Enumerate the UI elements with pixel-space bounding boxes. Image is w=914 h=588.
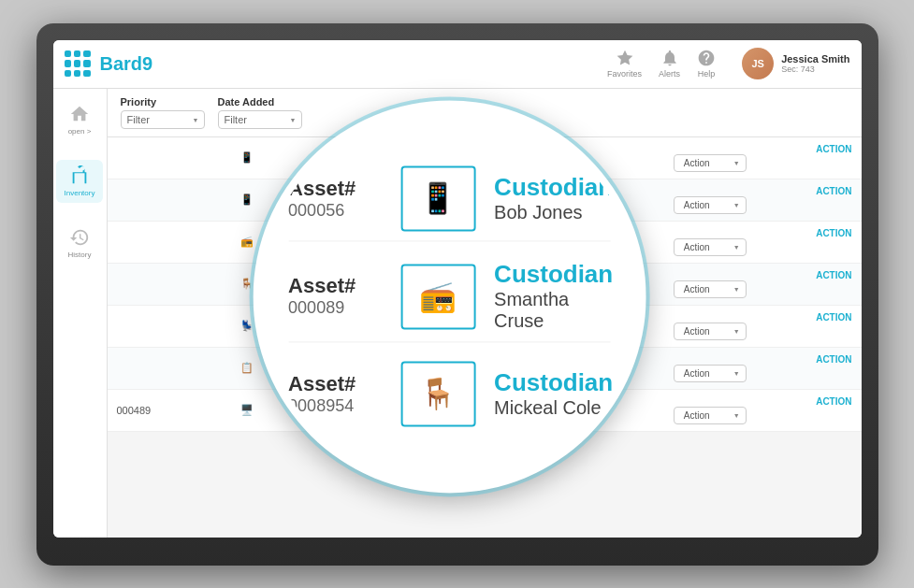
home-icon: [69, 104, 90, 124]
favorites-icon-item[interactable]: Favorites: [607, 49, 642, 79]
mag-custodian-name-1: Bob Jones: [494, 202, 613, 223]
mag-asset-label-2: Asset#: [288, 274, 382, 298]
mag-custodian-name-3: Mickeal Cole: [494, 397, 613, 419]
mag-custodian-title-1: Custodian: [494, 173, 613, 202]
user-name: Jessica Smith: [781, 53, 849, 65]
mag-row-3: Asset# 0008954 🪑 Custodian Mickeal Cole: [288, 351, 610, 436]
grid-icon: [65, 50, 91, 77]
mag-asset-info-2: Asset# 000089: [288, 274, 382, 318]
cell-asset-num: [108, 263, 222, 305]
action-button[interactable]: Action: [674, 407, 747, 424]
action-button[interactable]: Action: [674, 323, 747, 340]
cell-action: ACTION Action: [664, 137, 862, 179]
action-button[interactable]: Action: [674, 238, 747, 256]
cell-action: ACTION Action: [664, 221, 862, 263]
mag-asset-num-2: 000089: [288, 298, 382, 318]
cell-action: ACTION Action: [664, 179, 862, 221]
date-filter-select[interactable]: Filter: [218, 110, 302, 129]
cell-action: ACTION Action: [664, 389, 862, 431]
sidebar-history-label: History: [68, 251, 92, 259]
avatar-initials: JS: [751, 58, 763, 69]
laptop-screen: Bard9 Favorites Alerts Help JS: [53, 40, 862, 538]
star-icon: [616, 49, 634, 67]
priority-filter-select[interactable]: Filter: [121, 110, 205, 129]
cell-action: ACTION Action: [664, 305, 862, 347]
cell-asset-num: [108, 347, 222, 389]
favorites-label: Favorites: [607, 69, 642, 79]
mag-asset-info-1: Asset# 000056: [288, 177, 382, 221]
mag-row-2: Asset# 000089 📻 Custodian Smantha Cruse: [288, 251, 610, 342]
inventory-icon: [69, 165, 90, 186]
mag-asset-num-1: 000056: [288, 201, 382, 221]
cell-action: ACTION Action: [664, 263, 862, 305]
action-button[interactable]: Action: [674, 196, 747, 214]
mag-asset-label-1: Asset#: [288, 177, 382, 201]
mag-img-box-1: 📱: [400, 165, 475, 231]
alerts-icon-item[interactable]: Alerts: [659, 49, 680, 79]
alerts-label: Alerts: [659, 69, 680, 79]
priority-filter-group: Priority Filter: [121, 96, 205, 129]
chair-icon: 🪑: [419, 376, 457, 411]
sidebar-item-inventory[interactable]: Inventory: [56, 160, 103, 203]
mag-custodian-title-2: Custodian: [494, 260, 613, 289]
date-filter-group: Date Added Filter: [218, 96, 302, 129]
avatar: JS: [742, 48, 774, 79]
date-filter-wrapper: Filter: [218, 110, 302, 129]
action-button[interactable]: Action: [674, 365, 747, 382]
history-icon: [69, 227, 90, 248]
user-info: Jessica Smith Sec: 743: [781, 53, 849, 74]
help-icon: [697, 49, 716, 67]
cell-asset-num: [108, 137, 222, 179]
sidebar-item-open[interactable]: open >: [56, 98, 103, 141]
help-label: Help: [698, 69, 716, 79]
mag-asset-num-3: 0008954: [288, 396, 382, 416]
radio-icon: 📻: [419, 279, 457, 314]
cell-action: ACTION Action: [664, 347, 862, 389]
priority-filter-wrapper: Filter: [121, 110, 205, 129]
action-button[interactable]: Action: [674, 154, 747, 172]
help-icon-item[interactable]: Help: [697, 49, 716, 79]
phones-icon: 📱: [419, 180, 457, 216]
mag-row-1: Asset# 000056 📱 Custodian Bob Jones: [288, 156, 610, 241]
header-nav-icons: Favorites Alerts Help JS Jessica Smith: [607, 48, 849, 79]
date-filter-label: Date Added: [218, 96, 302, 108]
cell-asset-num: [108, 305, 222, 347]
action-button[interactable]: Action: [674, 280, 747, 298]
priority-filter-label: Priority: [121, 96, 205, 108]
mag-asset-label-3: Asset#: [288, 372, 382, 396]
sidebar: open > Inventory History: [53, 89, 108, 538]
sidebar-inventory-label: Inventory: [65, 189, 95, 197]
laptop-frame: Bard9 Favorites Alerts Help JS: [36, 23, 878, 566]
mag-img-box-2: 📻: [400, 264, 475, 329]
logo-text: Bard9: [100, 53, 153, 75]
sidebar-item-history[interactable]: History: [56, 222, 103, 265]
user-role: Sec: 743: [781, 65, 849, 74]
mag-custodian-2: Custodian Smantha Cruse: [494, 260, 613, 332]
user-area[interactable]: JS Jessica Smith Sec: 743: [742, 48, 849, 79]
cell-asset-num: [108, 179, 222, 221]
logo-area: Bard9: [65, 50, 214, 77]
bell-icon: [660, 49, 679, 67]
mag-custodian-title-3: Custodian: [494, 368, 613, 397]
cell-asset-num: [108, 221, 222, 263]
cell-asset-num: 000489: [108, 389, 222, 431]
mag-custodian-1: Custodian Bob Jones: [494, 173, 613, 223]
mag-asset-info-3: Asset# 0008954: [288, 372, 382, 416]
magnify-overlay: Asset# 000056 📱 Custodian Bob Jones Asse…: [253, 100, 646, 493]
mag-custodian-3: Custodian Mickeal Cole: [494, 368, 613, 419]
mag-img-box-3: 🪑: [400, 361, 475, 426]
app-header: Bard9 Favorites Alerts Help JS: [53, 40, 862, 89]
mag-custodian-name-2: Smantha Cruse: [494, 289, 613, 332]
magnify-content: Asset# 000056 📱 Custodian Bob Jones Asse…: [260, 108, 638, 485]
sidebar-open-label: open >: [68, 127, 92, 136]
